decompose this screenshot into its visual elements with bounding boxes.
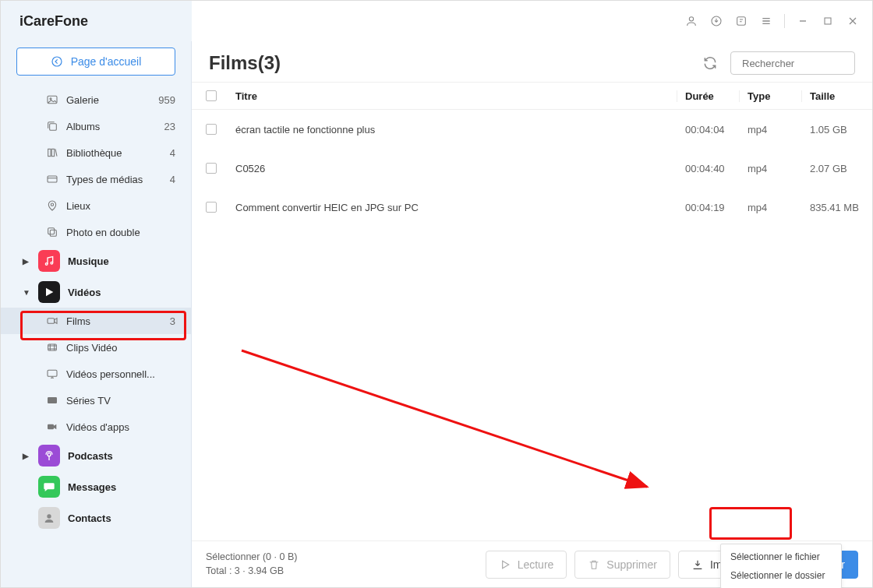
sidebar-item-label: Séries TV — [66, 395, 175, 407]
import-dropdown: Sélectionner le fichier Sélectionner le … — [720, 544, 842, 588]
svg-rect-9 — [51, 149, 54, 156]
sidebar-item-galerie[interactable]: Galerie 959 — [1, 86, 191, 113]
sidebar-item-albums[interactable]: Albums 23 — [1, 113, 191, 139]
search-box[interactable] — [730, 51, 855, 75]
chevron-down-icon: ▼ — [23, 288, 30, 297]
chevron-right-icon: ▶ — [23, 452, 30, 460]
svg-rect-7 — [50, 124, 57, 131]
table-header: Titre Durée Type Taille — [192, 82, 872, 110]
col-header-type[interactable]: Type — [740, 90, 802, 102]
play-button[interactable]: Lecture — [486, 551, 567, 579]
download-circle-icon[interactable] — [705, 9, 728, 33]
svg-rect-10 — [48, 176, 57, 182]
sidebar-item-label: Lieux — [66, 200, 175, 212]
svg-rect-8 — [48, 149, 51, 156]
sidebar-item-bibliotheque[interactable]: Bibliothèque 4 — [1, 139, 191, 166]
sidebar-sub-films[interactable]: Films 3 — [1, 308, 191, 334]
cell-size: 835.41 MB — [802, 202, 872, 213]
sidebar-cat-musique[interactable]: ▶ Musique — [1, 245, 191, 276]
sidebar-item-count: 959 — [154, 94, 175, 106]
cell-size: 2.07 GB — [802, 163, 872, 174]
home-button[interactable]: Page d'accueil — [16, 48, 175, 76]
minimize-icon[interactable] — [791, 9, 815, 33]
sidebar-cat-podcasts[interactable]: ▶ Podcasts — [1, 440, 191, 471]
svg-point-11 — [51, 203, 53, 206]
delete-label: Supprimer — [606, 558, 657, 571]
sidebar-cat-contacts[interactable]: ▶ Contacts — [1, 502, 191, 533]
table-row[interactable]: C0526 00:04:40 mp4 2.07 GB — [192, 149, 872, 188]
import-icon — [691, 558, 704, 571]
menu-icon[interactable] — [755, 9, 778, 33]
sidebar-item-count: 4 — [165, 147, 175, 159]
cell-title: Comment convertir HEIC en JPG sur PC — [231, 202, 677, 213]
col-header-title[interactable]: Titre — [231, 90, 677, 102]
sidebar-item-types-medias[interactable]: Types de médias 4 — [1, 166, 191, 192]
svg-rect-18 — [48, 370, 57, 376]
sidebar-item-label: Vidéos d'apps — [66, 421, 175, 433]
svg-point-22 — [47, 514, 51, 518]
svg-rect-17 — [48, 344, 57, 350]
sidebar-item-count: 4 — [165, 174, 175, 185]
col-header-duration[interactable]: Durée — [677, 90, 740, 102]
cell-type: mp4 — [740, 124, 802, 136]
svg-point-6 — [50, 98, 51, 100]
sidebar-cat-label: Podcasts — [68, 450, 175, 462]
account-icon[interactable] — [680, 9, 703, 33]
podcasts-icon — [38, 445, 60, 467]
sidebar-cat-label: Messages — [68, 481, 175, 493]
sidebar-item-label: Vidéos personnell... — [66, 368, 175, 380]
feedback-icon[interactable] — [730, 9, 753, 33]
sidebar-item-label: Films — [66, 315, 165, 327]
contacts-icon — [38, 507, 60, 529]
search-input[interactable] — [742, 58, 873, 69]
sidebar-item-label: Galerie — [66, 94, 154, 106]
svg-rect-19 — [48, 397, 57, 403]
sidebar-cat-label: Contacts — [68, 512, 175, 524]
videos-icon — [38, 281, 60, 303]
sidebar-item-photo-double[interactable]: Photo en double — [1, 219, 191, 245]
sidebar-sub-personal[interactable]: Vidéos personnell... — [1, 361, 191, 387]
cell-size: 1.05 GB — [802, 124, 872, 136]
table-row[interactable]: écran tactile ne fonctionne plus 00:04:0… — [192, 110, 872, 149]
page-title: Films(3) — [209, 52, 690, 74]
clip-icon — [46, 341, 60, 354]
row-checkbox[interactable] — [206, 202, 217, 213]
library-icon — [46, 146, 60, 159]
dropdown-item-file[interactable]: Sélectionner le fichier — [721, 548, 841, 566]
sidebar-cat-label: Musique — [68, 255, 175, 267]
svg-point-15 — [51, 262, 53, 264]
sidebar-cat-videos[interactable]: ▼ Vidéos — [1, 276, 191, 308]
close-icon[interactable] — [841, 9, 864, 33]
sidebar-sub-series[interactable]: Séries TV — [1, 387, 191, 414]
places-icon — [46, 199, 60, 212]
row-checkbox[interactable] — [206, 163, 217, 174]
svg-point-21 — [48, 453, 51, 456]
back-arrow-icon — [51, 55, 63, 68]
sidebar-cat-messages[interactable]: ▶ Messages — [1, 471, 191, 502]
select-all-checkbox[interactable] — [206, 90, 217, 101]
svg-rect-13 — [48, 228, 55, 234]
svg-point-4 — [52, 57, 62, 66]
sidebar-item-label: Bibliothèque — [66, 147, 165, 159]
table-row[interactable]: Comment convertir HEIC en JPG sur PC 00:… — [192, 188, 872, 227]
media-types-icon — [46, 173, 60, 185]
cell-title: C0526 — [231, 163, 677, 174]
svg-rect-3 — [825, 18, 831, 24]
delete-button[interactable]: Supprimer — [574, 551, 670, 579]
cell-duration: 00:04:19 — [677, 202, 740, 213]
camera-icon — [46, 315, 60, 327]
sidebar-sub-clips[interactable]: Clips Vidéo — [1, 334, 191, 361]
sidebar-item-label: Types de médias — [66, 174, 165, 185]
svg-rect-12 — [50, 230, 56, 236]
sidebar-item-lieux[interactable]: Lieux — [1, 192, 191, 219]
sidebar-sub-appsvideo[interactable]: Vidéos d'apps — [1, 414, 191, 440]
refresh-button[interactable] — [698, 51, 723, 76]
svg-rect-16 — [48, 319, 55, 324]
svg-rect-2 — [737, 17, 746, 26]
maximize-icon[interactable] — [816, 9, 839, 33]
gallery-icon — [46, 93, 60, 106]
dropdown-item-folder[interactable]: Sélectionner le dossier — [721, 566, 841, 585]
app-title: iCareFone — [19, 13, 88, 30]
col-header-size[interactable]: Taille — [802, 90, 872, 102]
row-checkbox[interactable] — [206, 124, 217, 135]
